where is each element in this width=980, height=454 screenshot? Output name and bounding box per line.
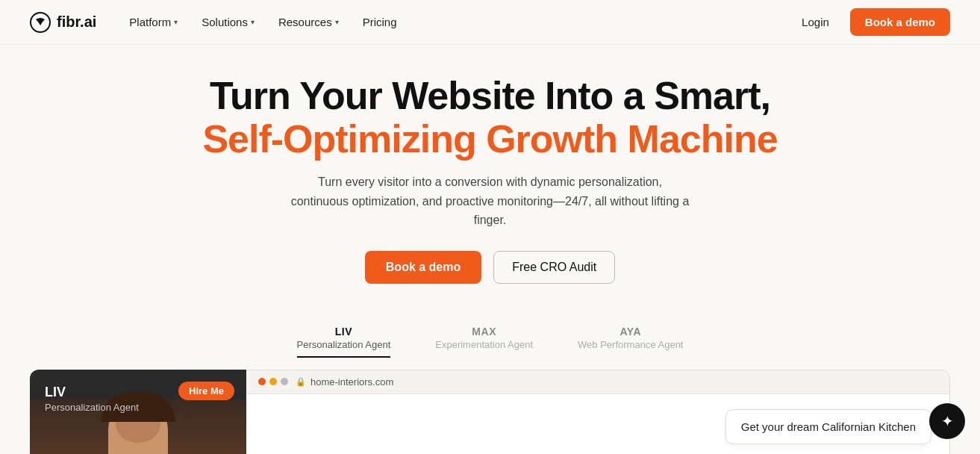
browser-content: Get your dream Californian Kitchen — [246, 394, 949, 454]
solutions-chevron-icon: ▾ — [251, 18, 255, 26]
promo-text: Get your dream Californian Kitchen — [741, 420, 916, 433]
browser-dots — [258, 378, 288, 385]
login-button[interactable]: Login — [793, 10, 838, 34]
browser-dot-yellow — [269, 378, 277, 385]
chat-icon: ✦ — [941, 412, 954, 430]
logo-icon — [30, 12, 51, 33]
free-cro-audit-button[interactable]: Free CRO Audit — [493, 251, 615, 284]
platform-chevron-icon: ▾ — [174, 18, 178, 26]
navbar-right: Login Book a demo — [793, 8, 950, 36]
tab-liv-name: LIV — [297, 326, 391, 338]
hero-subtitle: Turn every visitor into a conversion wit… — [289, 172, 692, 230]
browser-url: 🔒 home-interiors.com — [296, 376, 393, 388]
browser-url-text: home-interiors.com — [310, 376, 393, 388]
agent-card-role: Personalization Agent — [45, 402, 231, 413]
browser-bar: 🔒 home-interiors.com — [246, 370, 949, 394]
nav-resources[interactable]: Resources ▾ — [269, 10, 348, 34]
tab-liv[interactable]: LIV Personalization Agent — [297, 326, 391, 358]
chat-bubble-button[interactable]: ✦ — [929, 403, 965, 439]
book-demo-nav-button[interactable]: Book a demo — [850, 8, 950, 36]
hero-title-line1: Turn Your Website Into a Smart, — [30, 75, 950, 117]
hero-section: Turn Your Website Into a Smart, Self-Opt… — [0, 45, 980, 299]
tab-max-role: Experimentation Agent — [435, 339, 533, 350]
navbar-left: fibr.ai Platform ▾ Solutions ▾ Resources… — [30, 10, 406, 34]
resources-chevron-icon: ▾ — [335, 18, 339, 26]
nav-links: Platform ▾ Solutions ▾ Resources ▾ Prici… — [120, 10, 405, 34]
hero-actions: Book a demo Free CRO Audit — [30, 251, 950, 284]
hero-title-line2: Self-Optimizing Growth Machine — [30, 117, 950, 162]
browser-mockup: 🔒 home-interiors.com Get your dream Cali… — [246, 370, 950, 454]
tab-aya-name: AYA — [578, 326, 683, 338]
logo-text: fibr.ai — [57, 13, 96, 31]
logo[interactable]: fibr.ai — [30, 12, 96, 33]
agent-tabs: LIV Personalization Agent MAX Experiment… — [0, 326, 980, 358]
tab-max[interactable]: MAX Experimentation Agent — [435, 326, 533, 358]
tab-max-name: MAX — [435, 326, 533, 338]
lock-icon: 🔒 — [296, 377, 306, 387]
hire-me-button[interactable]: Hire Me — [178, 382, 234, 400]
navbar: fibr.ai Platform ▾ Solutions ▾ Resources… — [0, 0, 980, 45]
agent-card: LIV Personalization Agent Hire Me — [30, 370, 246, 454]
book-demo-hero-button[interactable]: Book a demo — [365, 251, 481, 284]
demo-section: LIV Personalization Agent Hire Me 🔒 home… — [0, 370, 980, 454]
promo-card: Get your dream Californian Kitchen — [725, 409, 931, 444]
browser-dot-gray — [281, 378, 288, 385]
nav-platform[interactable]: Platform ▾ — [120, 10, 187, 34]
nav-pricing[interactable]: Pricing — [354, 10, 406, 34]
browser-dot-red — [258, 378, 266, 385]
tab-liv-role: Personalization Agent — [297, 339, 391, 350]
nav-solutions[interactable]: Solutions ▾ — [193, 10, 263, 34]
tab-aya-role: Web Performance Agent — [578, 339, 683, 350]
tab-aya[interactable]: AYA Web Performance Agent — [578, 326, 683, 358]
